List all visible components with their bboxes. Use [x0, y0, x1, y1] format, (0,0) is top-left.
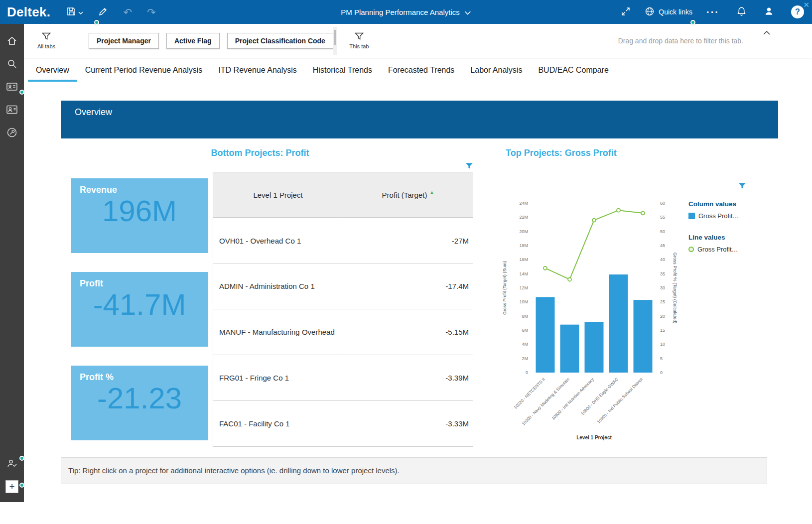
kpi-card-profit[interactable]: Profit-41.7M [71, 272, 208, 347]
tip-banner: Tip: Right click on a project for additi… [61, 457, 767, 484]
chart-filter-funnel-icon[interactable] [738, 182, 746, 191]
bar-3[interactable] [609, 274, 628, 373]
bottom-projects-table: Level 1 ProjectProfit (Target)▲ OVH01 - … [213, 172, 473, 447]
right-axis-label: Gross Profit % (Target) (Calculated) [673, 253, 677, 324]
sidebar-home-button[interactable] [0, 30, 24, 53]
svg-text:45: 45 [660, 243, 665, 248]
tab-historical-trends[interactable]: Historical Trends [305, 58, 380, 83]
help-icon: ? [791, 5, 804, 18]
undo-button[interactable]: ↶ [120, 4, 135, 20]
table-row[interactable]: FRG01 - Fringe Co 1-3.39M [213, 355, 473, 401]
banner-title: Overview [75, 107, 112, 117]
top-bar: Deltek. ↶ ↷ PM Planning Performance Anal… [0, 0, 812, 24]
expand-icon [621, 6, 631, 18]
line-marker-0[interactable] [543, 266, 547, 270]
kpi-card-profit[interactable]: Profit %-21.23 [71, 366, 208, 440]
table-filter-funnel-icon[interactable] [465, 162, 473, 171]
line-marker-4[interactable] [641, 211, 645, 215]
app-root: Deltek. ↶ ↷ PM Planning Performance Anal… [0, 0, 812, 524]
sidebar-people-button[interactable] [0, 99, 24, 122]
legend-item-column-values[interactable]: Gross Profit… [688, 212, 788, 220]
plus-icon: + [5, 480, 18, 493]
profit-cell: -27M [343, 218, 473, 263]
tab-overview[interactable]: Overview [28, 58, 77, 83]
quick-links-label: Quick links [659, 8, 692, 16]
x-axis-title: Level 1 Project [576, 435, 612, 440]
line-marker-3[interactable] [617, 209, 620, 212]
chart-legend: Column values Gross Profit… Line values … [688, 200, 788, 253]
this-tab-filter[interactable]: This tab [345, 32, 374, 49]
indicator-dot [690, 20, 695, 25]
project-cell: OVH01 - Overhead Co 1 [213, 218, 343, 263]
all-tabs-filter[interactable]: All tabs [32, 32, 61, 49]
project-cell: FAC01 - Facility Co 1 [213, 401, 343, 447]
table-body: OVH01 - Overhead Co 1-27MADMIN - Adminis… [213, 218, 473, 447]
tab-labor-analysis[interactable]: Labor Analysis [462, 58, 530, 83]
bar-2[interactable] [585, 322, 604, 373]
bar-4[interactable] [634, 300, 653, 373]
kpi-value: -21.23 [71, 384, 208, 413]
redo-button[interactable]: ↷ [144, 4, 159, 20]
sidebar-search-button[interactable] [0, 53, 24, 76]
svg-text:16M: 16M [519, 257, 528, 262]
sidebar-tools-button[interactable] [0, 122, 24, 144]
notifications-button[interactable] [733, 3, 750, 21]
combo-chart[interactable]: 02M4M6M8M10M12M14M16M18M20M22M24M0510152… [498, 194, 687, 448]
table-header-row: Level 1 ProjectProfit (Target)▲ [213, 172, 473, 218]
dashboard-title-dropdown[interactable]: PM Planning Performance Analytics [341, 8, 471, 16]
table-row[interactable]: FAC01 - Facility Co 1-3.33M [213, 401, 473, 447]
legend-column-values-header: Column values [688, 200, 788, 208]
svg-text:10M: 10M [519, 299, 528, 304]
filter-scrollbar[interactable] [333, 27, 337, 55]
svg-text:2M: 2M [522, 356, 528, 361]
filter-chip-active-flag[interactable]: Active Flag [166, 33, 220, 49]
svg-text:40: 40 [660, 257, 665, 262]
svg-text:5: 5 [660, 356, 663, 361]
save-button[interactable] [63, 3, 86, 21]
filter-chip-project-manager[interactable]: Project Manager [89, 33, 159, 49]
filter-bar: All tabs Project ManagerActive FlagProje… [24, 24, 812, 58]
filter-chip-project-classification-code[interactable]: Project Classification Code [227, 33, 333, 49]
legend-line-values-header: Line values [688, 234, 788, 241]
collapse-filter-bar-button[interactable] [763, 29, 770, 36]
tab-forecasted-trends[interactable]: Forecasted Trends [380, 58, 462, 83]
close-icon[interactable]: ✕ [803, 0, 810, 9]
line-marker-2[interactable] [592, 219, 596, 222]
more-options-button[interactable]: ··· [703, 6, 722, 17]
tab-current-period-revenue-analysis[interactable]: Current Period Revenue Analysis [77, 58, 211, 83]
table-row[interactable]: ADMIN - Administration Co 1-17.4M [213, 263, 473, 309]
sidebar-contact-card-button[interactable] [0, 76, 24, 99]
wrench-icon [6, 127, 17, 139]
project-cell: FRG01 - Fringe Co 1 [213, 355, 343, 401]
table-row[interactable]: MANUF - Manufacturing Overhead-5.15M [213, 309, 473, 355]
quick-links-button[interactable]: Quick links [645, 6, 692, 18]
legend-item-line-values[interactable]: Gross Profit… [688, 246, 788, 253]
pencil-icon [98, 6, 108, 18]
tab-bud-eac-compare[interactable]: BUD/EAC Compare [530, 58, 616, 83]
svg-text:8M: 8M [522, 314, 528, 319]
section-banner: Overview [61, 101, 778, 138]
edit-pencil-button[interactable] [95, 3, 111, 21]
bar-0[interactable] [536, 297, 555, 373]
profit-cell: -5.15M [343, 309, 473, 355]
bar-1[interactable] [560, 325, 579, 373]
fullscreen-button[interactable] [618, 3, 634, 21]
svg-text:12M: 12M [519, 285, 528, 290]
column-header-level-1-project[interactable]: Level 1 Project [213, 172, 343, 218]
top-projects-title: Top Projects: Gross Profit [506, 148, 617, 158]
globe-icon [645, 6, 655, 18]
kpi-card-revenue[interactable]: Revenue196M [71, 178, 208, 253]
tab-itd-revenue-analysis[interactable]: ITD Revenue Analysis [210, 58, 304, 83]
topbar-actions: Quick links ··· ? [618, 2, 807, 21]
line-marker-1[interactable] [568, 278, 571, 281]
ellipsis-icon: ··· [706, 9, 719, 14]
svg-text:15: 15 [660, 328, 665, 333]
table-row[interactable]: OVH01 - Overhead Co 1-27M [213, 218, 473, 263]
kpi-cards: Revenue196MProfit-41.7MProfit %-21.23 [71, 178, 208, 440]
svg-text:20M: 20M [519, 229, 528, 234]
account-button[interactable] [761, 3, 777, 21]
profit-cell: -17.4M [343, 263, 473, 309]
svg-text:22M: 22M [519, 215, 528, 220]
column-header-profit-target[interactable]: Profit (Target)▲ [343, 172, 473, 218]
column-header-label: Level 1 Project [253, 191, 302, 199]
